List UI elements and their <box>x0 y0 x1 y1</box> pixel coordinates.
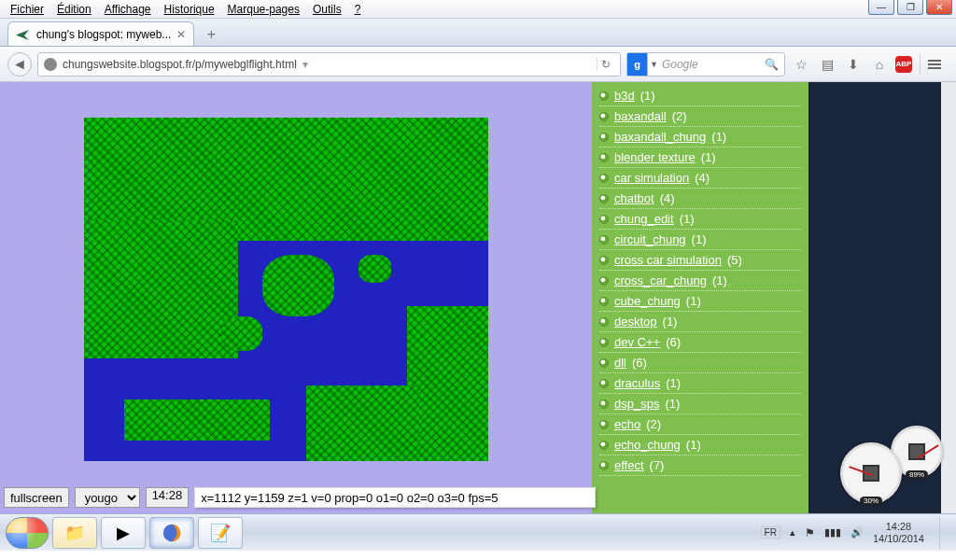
menu-bookmarks[interactable]: Marque-pages <box>221 2 306 17</box>
category-item[interactable]: echo_chung (1) <box>599 435 801 455</box>
app-controls: fullscreen yougo 14:28 x=1112 y=1159 z=1… <box>4 487 596 508</box>
menu-file[interactable]: Fichier <box>4 2 50 17</box>
home-icon[interactable]: ⌂ <box>869 57 890 72</box>
taskbar-explorer-button[interactable]: 📁 <box>52 517 97 549</box>
mode-select[interactable]: yougo <box>75 487 140 508</box>
toolbar-divider <box>920 54 921 75</box>
search-icon[interactable]: 🔍 <box>765 58 779 71</box>
category-link[interactable]: echo <box>614 417 640 431</box>
menu-help[interactable]: ? <box>348 2 368 17</box>
search-box[interactable]: g ▼ Google 🔍 <box>626 52 785 77</box>
category-item[interactable]: dll (6) <box>599 353 801 373</box>
category-item[interactable]: dsp_sps (1) <box>599 394 801 414</box>
reading-list-icon[interactable]: ▤ <box>817 57 837 72</box>
category-link[interactable]: cross car simulation <box>614 253 722 267</box>
category-item[interactable]: draculus (1) <box>599 373 801 394</box>
fullscreen-button[interactable]: fullscreen <box>4 487 69 508</box>
category-count: (6) <box>632 356 647 370</box>
abp-icon[interactable]: ABP <box>895 56 912 73</box>
bullet-icon <box>599 317 609 327</box>
new-tab-button[interactable]: + <box>200 23 222 46</box>
category-link[interactable]: echo_chung <box>614 438 681 452</box>
category-link[interactable]: blender texture <box>614 150 696 164</box>
category-link[interactable]: circuit_chung <box>614 232 686 246</box>
bookmark-star-icon[interactable]: ☆ <box>791 57 811 72</box>
reload-button[interactable]: ↻ <box>597 58 614 71</box>
category-link[interactable]: effect <box>614 458 644 472</box>
url-text: chungswebsite.blogspot.fr/p/mywebglfligh… <box>63 58 297 71</box>
bullet-icon <box>599 215 609 224</box>
bullet-icon <box>599 194 609 203</box>
category-link[interactable]: car simulation <box>614 171 689 185</box>
category-link[interactable]: baxandall_chung <box>614 130 706 144</box>
content-scrollbar[interactable] <box>941 82 956 513</box>
category-link[interactable]: chatbot <box>614 191 654 205</box>
back-button[interactable]: ◄ <box>7 52 32 77</box>
category-count: (1) <box>712 273 727 287</box>
category-item[interactable]: effect (7) <box>599 455 801 476</box>
tray-network-icon[interactable]: ▮▮▮ <box>824 526 841 539</box>
category-count: (5) <box>727 253 742 267</box>
time-field: 14:28 <box>146 487 190 508</box>
start-button[interactable] <box>6 517 49 549</box>
category-item[interactable]: echo (2) <box>599 414 801 435</box>
show-desktop-button[interactable] <box>939 517 949 549</box>
category-item[interactable]: blender texture (1) <box>599 147 801 168</box>
category-link[interactable]: b3d <box>614 89 635 103</box>
menu-burger-icon[interactable] <box>928 60 949 69</box>
category-count: (1) <box>686 438 701 452</box>
search-engine-icon[interactable]: g <box>627 53 648 76</box>
tray-chevron-icon[interactable]: ▴ <box>790 526 795 539</box>
category-item[interactable]: car simulation (4) <box>599 168 801 189</box>
system-tray: FR ▴ ⚑ ▮▮▮ 🔊 14:28 14/10/2014 <box>761 517 950 549</box>
tray-clock[interactable]: 14:28 14/10/2014 <box>873 521 924 543</box>
taskbar-firefox-button[interactable] <box>149 517 194 549</box>
category-count: (4) <box>695 171 710 185</box>
menu-view[interactable]: Affichage <box>98 2 158 17</box>
category-link[interactable]: dsp_sps <box>614 397 659 411</box>
tab-active[interactable]: chung's blogspot: myweb... ✕ <box>7 21 194 46</box>
menu-history[interactable]: Historique <box>158 2 221 17</box>
category-item[interactable]: b3d (1) <box>599 86 801 106</box>
category-item[interactable]: desktop (1) <box>599 312 801 332</box>
menu-tools[interactable]: Outils <box>306 2 348 17</box>
category-item[interactable]: circuit_chung (1) <box>599 230 801 250</box>
minimize-button[interactable]: — <box>868 0 894 15</box>
category-item[interactable]: cross_car_chung (1) <box>599 271 801 291</box>
taskbar-notepad-button[interactable]: 📝 <box>198 517 243 549</box>
category-link[interactable]: cross_car_chung <box>614 273 707 287</box>
category-item[interactable]: dev C++ (6) <box>599 332 801 353</box>
category-item[interactable]: chung_edit (1) <box>599 209 801 230</box>
category-count: (1) <box>686 294 701 308</box>
svg-marker-0 <box>17 30 29 40</box>
tray-date: 14/10/2014 <box>873 533 924 544</box>
bullet-icon <box>599 420 609 429</box>
category-link[interactable]: desktop <box>614 315 657 329</box>
category-item[interactable]: baxandall (2) <box>599 106 801 127</box>
category-item[interactable]: chatbot (4) <box>599 189 801 209</box>
category-item[interactable]: cube_chung (1) <box>599 291 801 312</box>
menu-edit[interactable]: Édition <box>50 2 98 17</box>
tab-close-icon[interactable]: ✕ <box>176 28 186 41</box>
category-link[interactable]: draculus <box>614 376 660 390</box>
cpu-gauge-gadget[interactable]: 30% <box>840 442 902 504</box>
chevron-down-icon[interactable]: ▼ <box>650 60 658 69</box>
dropdown-icon[interactable]: ▾ <box>302 58 308 71</box>
category-link[interactable]: dev C++ <box>614 335 660 349</box>
category-link[interactable]: dll <box>614 356 626 370</box>
close-button[interactable]: ✕ <box>926 0 952 15</box>
downloads-icon[interactable]: ⬇ <box>843 57 864 72</box>
taskbar: 📁 ▶ 📝 FR ▴ ⚑ ▮▮▮ 🔊 14:28 14/10/2014 <box>0 513 956 551</box>
language-indicator[interactable]: FR <box>761 526 780 539</box>
category-link[interactable]: chung_edit <box>614 212 674 226</box>
maximize-button[interactable]: ❐ <box>897 0 923 15</box>
category-item[interactable]: baxandall_chung (1) <box>599 127 801 147</box>
tray-flag-icon[interactable]: ⚑ <box>805 526 815 539</box>
url-bar[interactable]: chungswebsite.blogspot.fr/p/mywebglfligh… <box>37 52 621 77</box>
taskbar-media-button[interactable]: ▶ <box>101 517 146 549</box>
category-item[interactable]: cross car simulation (5) <box>599 250 801 271</box>
category-link[interactable]: baxandall <box>614 109 667 123</box>
category-link[interactable]: cube_chung <box>614 294 681 308</box>
webgl-canvas[interactable] <box>84 118 488 461</box>
tray-volume-icon[interactable]: 🔊 <box>851 526 864 539</box>
